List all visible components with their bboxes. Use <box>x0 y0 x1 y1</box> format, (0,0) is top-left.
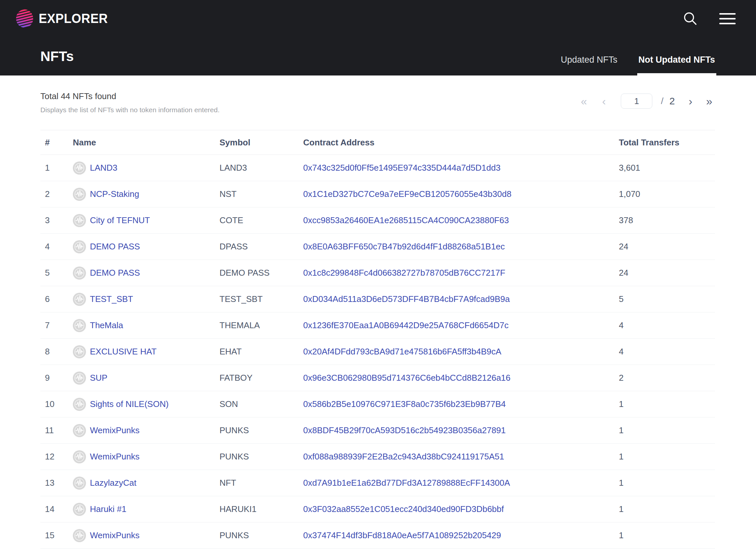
nft-name-link[interactable]: SUP <box>90 373 107 383</box>
name-cell: Sights of NILE(SON) <box>73 398 220 411</box>
contract-address-link[interactable]: 0x8E0A63BFF650c7B47b92d6d4fF1d88268a51B1… <box>303 242 505 251</box>
nft-placeholder-icon <box>73 345 86 359</box>
row-index: 7 <box>40 320 73 330</box>
hamburger-menu-icon <box>719 13 736 24</box>
nft-explorer-page: EXPLORER NFTs Updated NFTs Not Updated N… <box>0 0 756 553</box>
nft-name-link[interactable]: DEMO PASS <box>90 268 140 278</box>
table-row: 15 WemixPunks PUNKS 0x37474F14df3bFd818A… <box>40 523 715 549</box>
row-index: 13 <box>40 478 73 488</box>
explorer-logo-icon <box>16 9 33 28</box>
last-page-button[interactable]: » <box>703 95 715 107</box>
brand[interactable]: EXPLORER <box>16 9 112 28</box>
row-index: 4 <box>40 242 73 252</box>
table-row: 8 EXCLUSIVE HAT EHAT 0x20Af4DFdd793cBA9d… <box>40 339 715 365</box>
nft-name-link[interactable]: Haruki #1 <box>90 504 126 514</box>
nft-placeholder-icon <box>73 214 86 227</box>
name-cell: City of TEFNUT <box>73 214 220 227</box>
contract-address-link[interactable]: 0x3F032aa8552e1C051ecc240d340ed90FD3Db6b… <box>303 504 504 514</box>
contract-address-link[interactable]: 0x96e3CB062980B95d714376C6eb4bCCd8B2126a… <box>303 373 511 383</box>
nft-name-link[interactable]: EXCLUSIVE HAT <box>90 346 157 357</box>
contract-address-link[interactable]: 0x1C1eD327bC7Ce9a7eEF9eCB120576055e43b30… <box>303 189 512 199</box>
contract-address-link[interactable]: 0x8BDF45B29f70cA593D516c2b54923B0356a278… <box>303 425 506 435</box>
table-header-row: # Name Symbol Contract Address Total Tra… <box>40 130 715 155</box>
nft-placeholder-icon <box>73 372 86 385</box>
table-row: 1 LAND3 LAND3 0x743c325d0f0Ff5e1495E974c… <box>40 155 715 181</box>
name-cell: DEMO PASS <box>73 266 220 280</box>
nft-name-link[interactable]: WemixPunks <box>90 452 140 462</box>
tab-updated-nfts[interactable]: Updated NFTs <box>561 44 617 75</box>
total-transfers-cell: 24 <box>619 242 715 252</box>
nft-placeholder-icon <box>73 529 86 542</box>
name-cell: WemixPunks <box>73 450 220 463</box>
contract-address-link[interactable]: 0x586b2B5e10976C971E3F8a0c735f6b23Eb9B77… <box>303 399 506 409</box>
page-separator: / <box>661 96 664 106</box>
nft-placeholder-icon <box>73 450 86 463</box>
name-cell: TheMala <box>73 319 220 332</box>
symbol-cell: HARUKI1 <box>220 504 303 514</box>
page-number-input[interactable] <box>621 93 652 109</box>
name-cell: WemixPunks <box>73 529 220 542</box>
nft-table: # Name Symbol Contract Address Total Tra… <box>40 130 715 549</box>
nft-name-link[interactable]: NCP-Staking <box>90 189 139 199</box>
total-transfers-cell: 1 <box>619 452 715 462</box>
next-page-button[interactable]: › <box>686 95 695 107</box>
contract-address-link[interactable]: 0xf088a988939F2E2Ba2c943Ad38bC924119175A… <box>303 452 504 461</box>
table-row: 12 WemixPunks PUNKS 0xf088a988939F2E2Ba2… <box>40 444 715 470</box>
symbol-cell: FATBOY <box>220 373 303 383</box>
first-page-button[interactable]: « <box>578 95 590 107</box>
row-index: 9 <box>40 373 73 383</box>
symbol-cell: COTE <box>220 215 303 226</box>
total-transfers-cell: 1 <box>619 399 715 409</box>
nft-name-link[interactable]: WemixPunks <box>90 425 140 436</box>
nft-name-link[interactable]: LazylazyCat <box>90 478 137 488</box>
name-cell: LAND3 <box>73 161 220 175</box>
tab-not-updated-nfts[interactable]: Not Updated NFTs <box>639 44 715 75</box>
contract-address-link[interactable]: 0x37474F14df3bFd818A0eAe5f7A1089252b2054… <box>303 530 501 540</box>
nft-placeholder-icon <box>73 319 86 332</box>
symbol-cell: DPASS <box>220 242 303 252</box>
contract-address-link[interactable]: 0x1c8c299848Fc4d066382727b78705dB76CC721… <box>303 268 505 278</box>
search-button[interactable] <box>682 11 698 26</box>
total-transfers-cell: 3,601 <box>619 163 715 173</box>
contract-address-link[interactable]: 0xcc9853a26460EA1e2685115CA4C090CA23880F… <box>303 215 509 225</box>
nft-name-link[interactable]: TheMala <box>90 320 123 330</box>
name-cell: EXCLUSIVE HAT <box>73 345 220 359</box>
total-transfers-cell: 1 <box>619 425 715 436</box>
contract-address-link[interactable]: 0xd7A91b1eE1a62Bd77DFd3A12789888EcFF1430… <box>303 478 510 488</box>
contract-address-link[interactable]: 0x743c325d0f0Ff5e1495E974c335D444a7d5D1d… <box>303 163 500 173</box>
nft-placeholder-icon <box>73 477 86 490</box>
symbol-cell: PUNKS <box>220 452 303 462</box>
table-row: 13 LazylazyCat NFT 0xd7A91b1eE1a62Bd77DF… <box>40 470 715 496</box>
nft-name-link[interactable]: WemixPunks <box>90 530 140 541</box>
nft-name-link[interactable]: LAND3 <box>90 163 117 173</box>
total-transfers-cell: 24 <box>619 268 715 278</box>
nft-placeholder-icon <box>73 293 86 306</box>
menu-button[interactable] <box>719 13 736 24</box>
nft-name-link[interactable]: DEMO PASS <box>90 242 140 252</box>
symbol-cell: SON <box>220 399 303 409</box>
column-header-symbol: Symbol <box>220 138 303 148</box>
nft-name-link[interactable]: Sights of NILE(SON) <box>90 399 169 409</box>
tab-bar: Updated NFTs Not Updated NFTs <box>561 44 715 75</box>
nft-placeholder-icon <box>73 240 86 253</box>
contract-address-link[interactable]: 0x20Af4DFdd793cBA9d71e475816b6FA5ff3b4B9… <box>303 346 501 357</box>
total-pages: 2 <box>669 95 675 107</box>
contract-address-link[interactable]: 0xD034Ad511a3D6eD573DFF4B7B4cbF7A9fcad9B… <box>303 294 510 304</box>
table-row: 3 City of TEFNUT COTE 0xcc9853a26460EA1e… <box>40 208 715 234</box>
table-row: 2 NCP-Staking NST 0x1C1eD327bC7Ce9a7eEF9… <box>40 181 715 208</box>
row-index: 10 <box>40 399 73 409</box>
column-header-contract-address: Contract Address <box>303 138 619 148</box>
previous-page-button[interactable]: ‹ <box>599 95 608 107</box>
nft-placeholder-icon <box>73 161 86 175</box>
row-index: 2 <box>40 189 73 199</box>
results-description: Displays the list of NFTs with no token … <box>40 106 220 114</box>
header-actions <box>682 11 736 26</box>
row-index: 8 <box>40 346 73 357</box>
total-transfers-cell: 1 <box>619 504 715 514</box>
total-transfers-cell: 1,070 <box>619 189 715 199</box>
nft-name-link[interactable]: TEST_SBT <box>90 294 133 304</box>
contract-address-link[interactable]: 0x1236fE370Eaa1A0B69442D9e25A768CFd6654D… <box>303 320 509 330</box>
nft-name-link[interactable]: City of TEFNUT <box>90 215 150 226</box>
page-title: NFTs <box>40 49 74 64</box>
symbol-cell: PUNKS <box>220 425 303 436</box>
